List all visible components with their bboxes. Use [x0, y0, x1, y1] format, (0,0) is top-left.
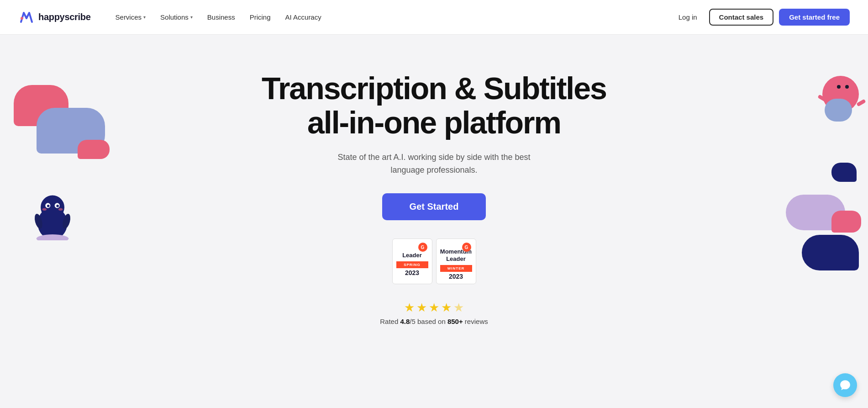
nav-links: Services ▾ Solutions ▾ Business Pricing … — [109, 10, 672, 25]
star-2: ★ — [416, 301, 427, 315]
svg-point-6 — [56, 205, 59, 207]
g2-momentum-badge: G Momentum Leader WINTER 2023 — [436, 238, 476, 284]
solutions-chevron-icon: ▾ — [190, 15, 193, 20]
badge-leader-season: SPRING — [396, 261, 428, 268]
rating-section: ★ ★ ★ ★ ★ Rated 4.8/5 based on 850+ revi… — [256, 301, 612, 325]
svg-point-9 — [37, 234, 69, 240]
svg-point-5 — [47, 205, 50, 207]
nav-services[interactable]: Services ▾ — [109, 10, 153, 25]
nav-pricing[interactable]: Pricing — [243, 10, 277, 25]
get-started-nav-button[interactable]: Get started free — [779, 9, 850, 26]
star-rating: ★ ★ ★ ★ ★ — [404, 301, 464, 315]
star-5: ★ — [453, 301, 464, 315]
bubble-pink-small — [78, 140, 110, 159]
nav-solutions[interactable]: Solutions ▾ — [154, 10, 199, 25]
nav-ai-accuracy[interactable]: AI Accuracy — [279, 10, 328, 25]
hero-cta-button[interactable]: Get Started — [382, 193, 486, 220]
hero-content: Transcription & Subtitles all-in-one pla… — [256, 71, 612, 325]
svg-point-7 — [42, 208, 47, 211]
hero-subtitle: State of the art A.I. working side by si… — [325, 151, 544, 177]
nav-right: Log in Contact sales Get started free — [672, 9, 850, 26]
g2-badges: G Leader SPRING 2023 G Momentum Leader W… — [256, 238, 612, 284]
svg-point-0 — [21, 17, 23, 20]
contact-sales-button[interactable]: Contact sales — [709, 9, 774, 26]
g2-icon-1: G — [418, 243, 427, 252]
rating-text: Rated 4.8/5 based on 850+ reviews — [380, 318, 488, 325]
logo-text: happyscribe — [38, 12, 91, 22]
svg-point-8 — [58, 208, 63, 211]
nav-business[interactable]: Business — [201, 10, 242, 25]
svg-point-2 — [41, 196, 64, 219]
star-4: ★ — [441, 301, 452, 315]
badge-momentum-year: 2023 — [449, 273, 463, 280]
logo-icon — [18, 9, 35, 26]
services-chevron-icon: ▾ — [143, 15, 146, 20]
g2-leader-badge: G Leader SPRING 2023 — [392, 238, 432, 284]
navbar: happyscribe Services ▾ Solutions ▾ Busin… — [0, 0, 868, 35]
hero-section: Transcription & Subtitles all-in-one pla… — [0, 35, 868, 408]
login-button[interactable]: Log in — [672, 10, 704, 25]
reviews-count: 850+ — [447, 318, 463, 325]
bird-character — [27, 181, 78, 240]
logo-link[interactable]: happyscribe — [18, 9, 91, 26]
deco-left — [0, 71, 119, 291]
hero-title: Transcription & Subtitles all-in-one pla… — [256, 71, 612, 140]
chat-button[interactable] — [833, 373, 857, 397]
rating-value: 4.8 — [400, 318, 410, 325]
badge-leader-title: Leader — [402, 252, 422, 259]
badge-momentum-season: WINTER — [440, 265, 472, 272]
badge-leader-year: 2023 — [405, 269, 419, 276]
g2-icon-2: G — [462, 243, 471, 252]
star-3: ★ — [429, 301, 439, 315]
star-1: ★ — [404, 301, 415, 315]
deco-right — [749, 71, 868, 291]
chat-icon — [839, 379, 851, 391]
